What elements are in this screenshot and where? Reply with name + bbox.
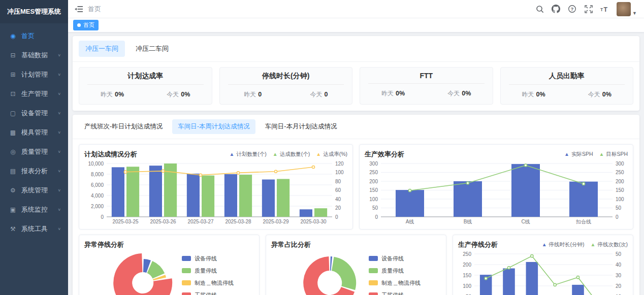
search-icon[interactable] bbox=[535, 5, 544, 13]
chart-canvas bbox=[271, 250, 369, 295]
donut-legend: 设备停线质量停线制造＿物流停线工艺停线制造＿过程停线 bbox=[369, 250, 441, 295]
svg-text:40: 40 bbox=[335, 196, 341, 202]
sidebar-item-label: 系统监控 bbox=[21, 205, 57, 214]
legend-item[interactable]: 制造＿物流停线 bbox=[369, 279, 440, 287]
legend-item[interactable]: ▲计划数量(个) bbox=[229, 151, 266, 158]
legend-label: 制造＿物流停线 bbox=[195, 279, 234, 287]
chart-canvas: 050100150200250300050100150200250300A线B线… bbox=[365, 160, 628, 225]
workshop-tab-1[interactable]: 冲压二车间 bbox=[129, 41, 175, 57]
legend-item[interactable]: ▲停线次数(次) bbox=[591, 241, 628, 248]
svg-text:2025-03-28: 2025-03-28 bbox=[225, 219, 251, 224]
sidebar-item-0[interactable]: ◉首页 bbox=[0, 26, 68, 46]
donut-chart bbox=[84, 250, 182, 295]
svg-text:150: 150 bbox=[369, 187, 378, 193]
kpi-yesterday-label: 昨天 bbox=[381, 90, 394, 97]
charts-row-bottom: 异常停线分析 设备停线质量停线制造＿物流停线工艺停线制造＿过程停线 异常占比分析 bbox=[79, 235, 633, 295]
sidebar-item-8[interactable]: ⚙系统管理∨ bbox=[0, 181, 68, 200]
sidebar-item-7[interactable]: ▤报表分析∨ bbox=[0, 161, 68, 181]
sidebar-collapse-icon[interactable] bbox=[75, 6, 83, 13]
sidebar-item-1[interactable]: ⊟基础数据∨ bbox=[0, 46, 68, 65]
sidebar-item-10[interactable]: ⚒系统工具∨ bbox=[0, 219, 68, 239]
fullscreen-icon[interactable] bbox=[584, 5, 593, 13]
sidebar-item-icon: ◉ bbox=[9, 32, 17, 40]
svg-text:2025-03-26: 2025-03-26 bbox=[150, 219, 176, 224]
font-size-icon[interactable]: TT bbox=[600, 5, 609, 13]
svg-text:200: 200 bbox=[463, 262, 471, 268]
sidebar-item-icon: ⚒ bbox=[9, 225, 17, 233]
chevron-down-icon: ∨ bbox=[57, 73, 61, 77]
svg-text:?: ? bbox=[571, 6, 574, 12]
chart-tab-1[interactable]: 车间日-本周计划达成情况 bbox=[172, 119, 255, 134]
chart-tab-0[interactable]: 产线班次-昨日计划达成情况 bbox=[79, 119, 168, 134]
kpi-divider bbox=[87, 84, 204, 85]
legend-item[interactable]: ▲停线时长(分钟) bbox=[542, 241, 585, 248]
svg-text:扣合线: 扣合线 bbox=[575, 219, 591, 224]
sidebar-item-label: 模具管理 bbox=[21, 128, 57, 137]
legend-label: 工艺停线 bbox=[381, 291, 404, 295]
user-menu[interactable]: ▼ bbox=[617, 2, 637, 16]
svg-text:2025-03-29: 2025-03-29 bbox=[263, 219, 289, 224]
workshop-tab-0[interactable]: 冲压一车间 bbox=[79, 41, 125, 57]
legend-item[interactable]: 质量停线 bbox=[369, 267, 440, 275]
panel-title: 生产效率分析 bbox=[365, 150, 404, 159]
sidebar-item-label: 基础数据 bbox=[21, 51, 57, 60]
legend-item[interactable]: ▲达成率(%) bbox=[316, 151, 347, 158]
svg-text:2025-03-25: 2025-03-25 bbox=[112, 219, 139, 224]
chevron-down-icon: ∨ bbox=[57, 188, 61, 192]
avatar[interactable] bbox=[617, 2, 631, 16]
legend-item[interactable]: ▲目标SPH bbox=[599, 151, 628, 158]
sidebar-item-2[interactable]: ⊞计划管理∨ bbox=[0, 65, 68, 84]
svg-text:2025-03-30: 2025-03-30 bbox=[300, 219, 327, 224]
svg-text:250: 250 bbox=[463, 251, 471, 257]
github-icon[interactable] bbox=[552, 5, 560, 13]
legend-swatch bbox=[182, 292, 191, 295]
legend-swatch bbox=[182, 268, 191, 273]
kpi-today-label: 今天 bbox=[310, 91, 322, 98]
sidebar-item-icon: ▣ bbox=[9, 206, 17, 213]
help-icon[interactable]: ? bbox=[568, 5, 576, 13]
header-tools: ? TT ▼ bbox=[535, 2, 644, 16]
sidebar-item-9[interactable]: ▣系统监控∨ bbox=[0, 200, 68, 219]
legend-item[interactable]: 质量停线 bbox=[182, 267, 253, 275]
sidebar-item-6[interactable]: ◎质量管理∨ bbox=[0, 142, 68, 161]
sidebar-item-4[interactable]: ▢设备管理∨ bbox=[0, 104, 68, 123]
kpi-values: 昨天0今天0 bbox=[220, 89, 352, 99]
legend-swatch bbox=[182, 256, 191, 261]
svg-text:T: T bbox=[604, 6, 608, 13]
legend-label: 质量停线 bbox=[381, 267, 404, 275]
legend-item[interactable]: 工艺停线 bbox=[369, 291, 440, 295]
legend-label: 质量停线 bbox=[195, 267, 217, 275]
svg-text:300: 300 bbox=[369, 161, 378, 167]
sidebar-item-3[interactable]: ⊡生产管理∨ bbox=[0, 84, 68, 104]
svg-text:30: 30 bbox=[616, 273, 622, 278]
kpi-title: 计划达成率 bbox=[79, 72, 212, 81]
legend-item[interactable]: ▲达成数量(个) bbox=[273, 151, 310, 158]
svg-text:150: 150 bbox=[616, 187, 624, 193]
svg-text:250: 250 bbox=[616, 170, 624, 175]
tag-home[interactable]: 首页 bbox=[73, 20, 99, 30]
kpi-divider bbox=[509, 84, 625, 85]
kpi-title: FTT bbox=[360, 72, 493, 80]
svg-text:0: 0 bbox=[335, 214, 338, 220]
sidebar-item-label: 系统工具 bbox=[21, 224, 57, 234]
kpi-yesterday: 昨天0% bbox=[381, 88, 405, 98]
chart-legend: ▲实际SPH▲目标SPH bbox=[564, 151, 628, 158]
app-root: 冲压MES管理系统 ◉首页⊟基础数据∨⊞计划管理∨⊡生产管理∨▢设备管理∨▩模具… bbox=[0, 0, 644, 295]
legend-item[interactable]: 工艺停线 bbox=[182, 291, 253, 295]
legend-triangle-icon: ▲ bbox=[273, 152, 278, 157]
chart-tab-2[interactable]: 车间日-本月计划达成情况 bbox=[260, 119, 343, 134]
svg-text:200: 200 bbox=[616, 179, 624, 184]
kpi-divider bbox=[368, 83, 485, 84]
donut-legend: 设备停线质量停线制造＿物流停线工艺停线制造＿过程停线 bbox=[182, 250, 254, 295]
breadcrumb[interactable]: 首页 bbox=[88, 5, 101, 14]
panel-plan-completion: 计划达成情况分析 ▲计划数量(个)▲达成数量(个)▲达成率(%) 02,0004… bbox=[79, 144, 353, 230]
kpi-title: 停线时长(分钟) bbox=[220, 72, 352, 81]
sidebar-item-5[interactable]: ▩模具管理∨ bbox=[0, 123, 68, 142]
legend-item[interactable]: ▲实际SPH bbox=[564, 151, 593, 158]
kpi-today: 今天0% bbox=[588, 89, 611, 99]
legend-item[interactable]: 设备停线 bbox=[369, 255, 440, 263]
svg-text:150: 150 bbox=[463, 273, 471, 278]
legend-item[interactable]: 制造＿物流停线 bbox=[182, 279, 253, 287]
sidebar-item-label: 系统管理 bbox=[21, 186, 57, 195]
legend-item[interactable]: 设备停线 bbox=[182, 255, 253, 263]
